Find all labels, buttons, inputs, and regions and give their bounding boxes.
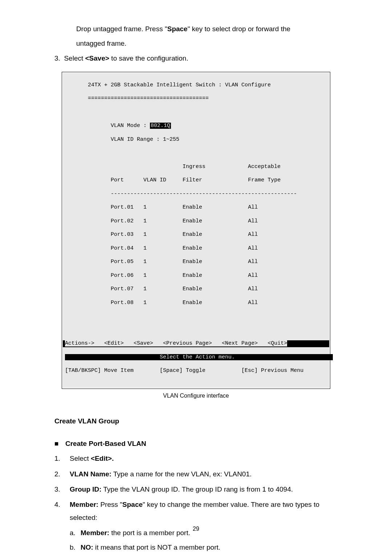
select-menu-pre	[65, 354, 160, 360]
row-port: Port.03	[111, 231, 134, 238]
list-item-2: 2. VLAN Name: Type a name for the new VL…	[54, 468, 345, 481]
vlan-id-range: VLAN ID Range : 1~255	[111, 136, 179, 143]
row-vid: 1	[143, 272, 147, 279]
action-prev: <Previous Page>	[163, 340, 212, 346]
row-type: All	[248, 218, 258, 224]
row-filter: Enable	[183, 272, 202, 279]
hdr-ingress1: Ingress	[183, 164, 205, 170]
hline: ----------------------------------------…	[111, 191, 297, 197]
select-menu: Select the Action menu.	[160, 354, 235, 360]
intro-line1-pre: Drop untagged frame. Press "	[76, 25, 167, 33]
terminal-screenshot: 24TX + 2GB Stackable Intelligent Switch …	[62, 72, 330, 389]
hdr-ingress2: Filter	[183, 177, 202, 183]
hdr-port: Port	[111, 177, 124, 183]
intro-line1-bold: Space	[167, 25, 188, 33]
row-filter: Enable	[183, 245, 202, 251]
sub-b-bold: NO:	[81, 543, 93, 551]
row-port: Port.07	[111, 286, 134, 292]
row-port: Port.08	[111, 300, 134, 306]
intro-paragraph: Drop untagged frame. Press "Space" key t…	[76, 22, 345, 51]
sub-b-letter: b.	[70, 541, 81, 554]
row-type: All	[248, 231, 258, 238]
action-save: <Save>	[124, 340, 163, 346]
row-port: Port.01	[111, 204, 134, 210]
item1-bold: <Edit>.	[91, 455, 114, 462]
item4-mid2: " key to change the member value. There …	[143, 501, 319, 508]
bullet-header: ■Create Port-Based VLAN	[54, 440, 345, 448]
row-type: All	[248, 286, 258, 292]
step3-pre: Select	[64, 54, 85, 62]
intro-line2: untagged frame.	[76, 40, 126, 47]
item1-num: 1.	[54, 452, 70, 465]
row-vid: 1	[143, 300, 147, 306]
item2-num: 2.	[54, 468, 70, 481]
hdr-accept2: Frame Type	[248, 177, 281, 183]
vlan-mode-value: 802.1Q	[150, 123, 171, 129]
item3-post: Type the VLAN group ID. The group ID ran…	[102, 485, 293, 493]
item2-post: Type a name for the new VLAN, ex: VLAN01…	[111, 470, 252, 478]
row-vid: 1	[143, 231, 147, 238]
row-filter: Enable	[183, 286, 202, 292]
hdr-vlanid: VLAN ID	[143, 177, 166, 183]
row-vid: 1	[143, 245, 147, 251]
item4-mid1: Press "	[98, 501, 122, 508]
vlan-mode-label: VLAN Mode :	[111, 123, 150, 129]
item4-line2: selected:	[70, 514, 97, 521]
step-3: 3. Select <Save> to save the configurati…	[54, 52, 345, 65]
row-vid: 1	[143, 204, 147, 210]
step3-num: 3.	[54, 54, 60, 62]
hdr-accept1: Acceptable	[248, 164, 281, 170]
row-vid: 1	[143, 286, 147, 292]
terminal-title: 24TX + 2GB Stackable Intelligent Switch …	[88, 82, 271, 88]
terminal-divider: =====================================	[88, 95, 209, 102]
list-item-4: 4. Member: Press "Space" key to change t…	[54, 498, 345, 524]
row-type: All	[248, 272, 258, 279]
action-edit: <Edit>	[104, 340, 124, 346]
item2-bold: VLAN Name:	[70, 470, 111, 478]
item4-bold: Member:	[70, 501, 98, 508]
bullet-square-icon: ■	[54, 440, 65, 448]
item4-bold2: Space	[122, 501, 143, 508]
footer-mid: [Space] Toggle	[160, 368, 205, 374]
footer-left: [TAB/BKSPC] Move Item	[65, 368, 134, 374]
section-title: Create VLAN Group	[54, 417, 345, 425]
row-port: Port.02	[111, 218, 134, 224]
row-port: Port.04	[111, 245, 134, 251]
row-type: All	[248, 204, 258, 210]
page-number: 29	[0, 526, 392, 532]
figure-caption: VLAN Configure interface	[47, 393, 345, 399]
row-type: All	[248, 245, 258, 251]
row-vid: 1	[143, 259, 147, 265]
row-filter: Enable	[183, 204, 202, 210]
row-filter: Enable	[183, 300, 202, 306]
sub-item-b: b.NO: it means that port is NOT a member…	[70, 541, 345, 554]
actions-prefix: Actions->	[65, 340, 104, 346]
row-port: Port.06	[111, 272, 134, 279]
item3-num: 3.	[54, 483, 70, 496]
row-type: All	[248, 300, 258, 306]
bullet-title: Create Port-Based VLAN	[65, 440, 146, 447]
row-port: Port.05	[111, 259, 134, 265]
step3-post: to save the configuration.	[109, 54, 188, 62]
footer-right: [Esc] Previous Menu	[241, 368, 303, 374]
row-vid: 1	[143, 218, 147, 224]
terminal-content: 24TX + 2GB Stackable Intelligent Switch …	[63, 73, 329, 388]
item1-pre: Select	[70, 455, 91, 462]
row-filter: Enable	[183, 218, 202, 224]
sub-b-post: it means that port is NOT a member port.	[93, 543, 220, 551]
intro-line1-post: " key to select drop or forward the	[188, 25, 290, 33]
action-quit: <Quit>	[268, 340, 287, 346]
row-type: All	[248, 259, 258, 265]
list-item-3: 3. Group ID: Type the VLAN group ID. The…	[54, 483, 345, 496]
list-item-1: 1. Select <Edit>.	[54, 452, 345, 465]
row-filter: Enable	[183, 259, 202, 265]
action-next: <Next Page>	[212, 340, 268, 346]
row-filter: Enable	[183, 231, 202, 238]
item4-num: 4.	[54, 498, 70, 524]
item3-bold: Group ID:	[70, 485, 102, 493]
step3-bold: <Save>	[85, 54, 110, 62]
